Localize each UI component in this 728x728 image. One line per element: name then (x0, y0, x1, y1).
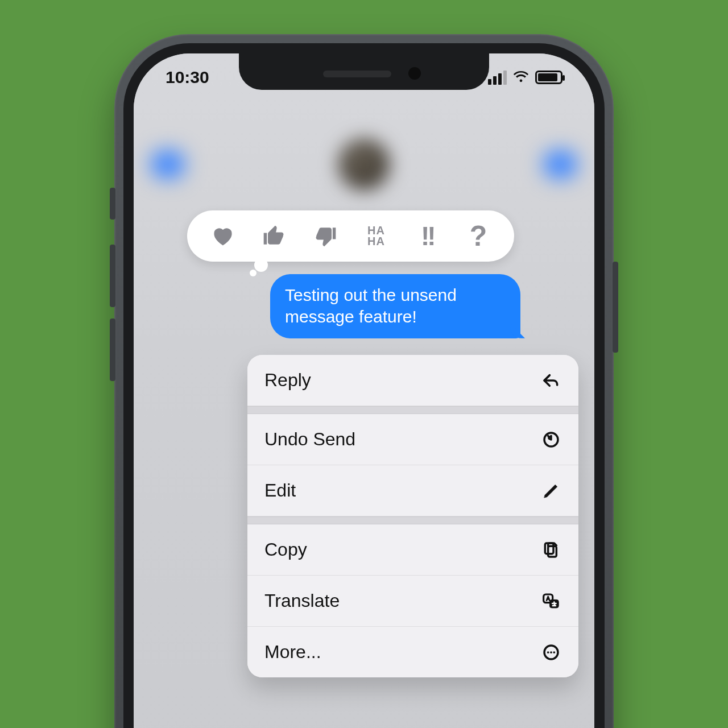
tapback-question[interactable]: ? (461, 219, 495, 253)
backdrop: 10:30 (0, 0, 728, 728)
menu-more[interactable]: More... (247, 627, 578, 677)
notch (239, 53, 489, 90)
blurred-contact-avatar (338, 139, 390, 190)
sent-message-bubble[interactable]: Testing out the unsend message feature! (270, 274, 520, 338)
svg-point-7 (550, 651, 552, 653)
cellular-signal-icon (488, 71, 507, 85)
svg-rect-1 (548, 546, 557, 557)
menu-undo-send[interactable]: Undo Send (247, 414, 578, 465)
tapback-heart[interactable] (206, 219, 240, 253)
status-indicators (488, 68, 562, 87)
menu-reply-label: Reply (264, 370, 311, 391)
wifi-icon (512, 68, 530, 87)
phone-frame: 10:30 (114, 34, 614, 728)
menu-separator (247, 516, 578, 524)
tapback-thumbs-up[interactable] (257, 219, 291, 253)
reply-icon (541, 370, 561, 391)
menu-separator (247, 406, 578, 414)
menu-edit-label: Edit (264, 480, 296, 501)
battery-icon (535, 71, 562, 84)
status-time: 10:30 (166, 68, 209, 87)
blurred-facetime-button (543, 150, 577, 179)
menu-translate-label: Translate (264, 590, 340, 611)
svg-point-6 (547, 651, 549, 653)
blurred-back-button (151, 150, 185, 179)
undo-send-icon (541, 429, 561, 450)
menu-edit[interactable]: Edit (247, 465, 578, 516)
edit-icon (541, 481, 561, 501)
message-text: Testing out the unsend message feature! (285, 286, 457, 326)
menu-copy[interactable]: Copy (247, 524, 578, 576)
tapback-thumbs-down[interactable] (308, 219, 342, 253)
menu-translate[interactable]: Translate (247, 576, 578, 627)
message-context-menu: Reply Undo Send Edit (247, 355, 578, 677)
phone-inner-frame: 10:30 (123, 43, 605, 728)
translate-icon (541, 591, 561, 611)
screen: 10:30 (134, 53, 594, 728)
power-button (613, 262, 618, 353)
menu-undo-send-label: Undo Send (264, 429, 355, 450)
volume-up-button (110, 245, 115, 307)
menu-copy-label: Copy (264, 539, 307, 560)
tapback-reaction-bar: HA HA !! ? (187, 210, 514, 262)
tapback-exclaim[interactable]: !! (410, 219, 444, 253)
copy-icon (541, 540, 561, 560)
mute-switch (110, 188, 115, 220)
more-icon (541, 642, 561, 663)
volume-down-button (110, 318, 115, 381)
menu-more-label: More... (264, 642, 321, 663)
tapback-haha[interactable]: HA HA (359, 219, 393, 253)
svg-point-8 (553, 651, 555, 653)
menu-reply[interactable]: Reply (247, 355, 578, 406)
